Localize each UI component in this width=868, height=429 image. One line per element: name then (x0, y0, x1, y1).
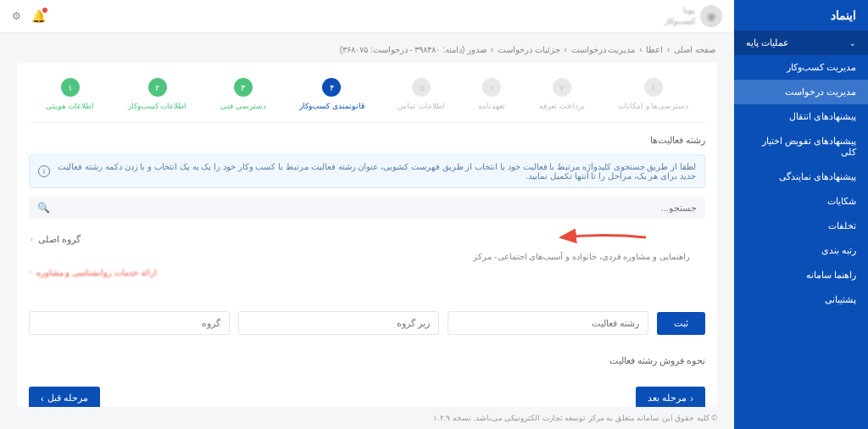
chevron-right-icon: › (41, 393, 44, 404)
step-۱[interactable]: ۱اطلاعات هویتی (46, 78, 95, 110)
sidebar-item-rating[interactable]: رتبه بندی (734, 238, 868, 263)
submit-button[interactable]: ثبت (657, 312, 705, 335)
group-input[interactable] (29, 311, 230, 335)
info-icon: i (38, 165, 50, 177)
sidebar-item-support[interactable]: پشتیبانی (734, 287, 868, 312)
form-row: ثبت (29, 311, 705, 335)
sidebar-item-business-mgmt[interactable]: مدیریت کسب‌وکار (734, 55, 868, 80)
subgroup-input[interactable] (238, 311, 439, 335)
search-input[interactable] (57, 203, 697, 213)
nav-section-label: عملیات پایه (746, 37, 789, 48)
sidebar-item-transfer[interactable]: پیشنهادهای انتقال (734, 104, 868, 129)
sidebar-item-violations[interactable]: تخلفات (734, 214, 868, 238)
sell-method-title: نحوه فروش رشته فعالیت (29, 355, 705, 366)
brand-logo: اینماد (734, 0, 868, 31)
section-title: رشته فعالیت‌ها (29, 135, 705, 146)
step-circle: ۱ (61, 78, 80, 97)
step-۴[interactable]: ۴قانونمندی کسب‌وکار (299, 78, 364, 110)
breadcrumb: صفحه اصلی › اعطا › مدیریت درخواست › جزئی… (17, 45, 717, 54)
annotation-arrow (553, 229, 646, 246)
info-box: لطفا از طریق جستجوی کلیدواژه مرتبط با فع… (29, 154, 705, 188)
step-circle: ۴ (322, 78, 341, 97)
step-۵[interactable]: ۵اطلاعات تماس (398, 78, 445, 110)
topbar: ◉ پویا کسب‌وکار 🔔 ⚙ (0, 0, 734, 33)
step-label: تعهدنامه (478, 102, 505, 110)
main-card: ۱اطلاعات هویتی۲اطلاعات کسب‌وکار۳دسترسی ف… (17, 63, 717, 407)
tree-child[interactable]: راهنمایی و مشاوره فردی، خانواده و آسیب‌ه… (29, 252, 705, 261)
info-text: لطفا از طریق جستجوی کلیدواژه مرتبط با فع… (55, 162, 696, 181)
prev-step-button[interactable]: مرحله قبل › (29, 387, 100, 407)
avatar-icon: ◉ (700, 5, 722, 27)
step-label: اطلاعات هویتی (46, 102, 95, 110)
step-۸[interactable]: ۸دسترسی‌ها و امکانات (618, 78, 688, 110)
sidebar: اینماد ⌄ عملیات پایه مدیریت کسب‌وکار مدی… (734, 0, 868, 429)
step-circle: ۸ (644, 78, 663, 97)
main: ◉ پویا کسب‌وکار 🔔 ⚙ صفحه اصلی › اعطا › م… (0, 0, 734, 429)
activity-input[interactable] (448, 311, 648, 335)
chevron-left-icon: ‹ (31, 236, 33, 243)
step-label: دسترسی فنی (220, 102, 266, 110)
stepper: ۱اطلاعات هویتی۲اطلاعات کسب‌وکار۳دسترسی ف… (29, 75, 705, 123)
sidebar-item-request-mgmt[interactable]: مدیریت درخواست (734, 80, 868, 104)
step-circle: ۵ (412, 78, 431, 97)
step-۲[interactable]: ۲اطلاعات کسب‌وکار (128, 78, 187, 110)
sidebar-item-guide[interactable]: راهنما سامانه (734, 263, 868, 287)
step-circle: ۶ (482, 78, 501, 97)
sidebar-item-agency[interactable]: پیشنهادهای نمایندگی (734, 164, 868, 189)
user-text: پویا کسب‌وکار (665, 5, 695, 26)
step-label: اطلاعات کسب‌وکار (128, 102, 187, 110)
user-menu[interactable]: ◉ پویا کسب‌وکار (665, 5, 722, 27)
step-label: قانونمندی کسب‌وکار (299, 102, 364, 110)
footer: © کلیه حقوق این سامانه متعلق به مرکز توس… (0, 407, 734, 429)
step-label: دسترسی‌ها و امکانات (618, 102, 688, 110)
chevron-down-icon: ⌄ (849, 39, 856, 47)
step-۶[interactable]: ۶تعهدنامه (478, 78, 505, 110)
chevron-left-icon: ‹ (29, 269, 31, 276)
step-۳[interactable]: ۳دسترسی فنی (220, 78, 266, 110)
settings-icon[interactable]: ⚙ (12, 10, 21, 22)
step-۷[interactable]: ۷پرداخت تعرفه (539, 78, 585, 110)
sidebar-item-delegation[interactable]: پیشنهادهای تفویض اختیار کلی (734, 129, 868, 164)
nav-buttons: ‹ مرحله بعد مرحله قبل › (29, 387, 705, 407)
sidebar-item-complaints[interactable]: شکایات (734, 189, 868, 214)
search-icon: 🔍 (37, 202, 50, 214)
next-step-button[interactable]: ‹ مرحله بعد (636, 387, 705, 407)
tree: گروه اصلی ‹ راهنمایی و مشاوره فردی، خانو… (29, 231, 705, 277)
step-circle: ۳ (234, 78, 253, 97)
step-label: پرداخت تعرفه (539, 102, 585, 110)
step-circle: ۷ (553, 78, 571, 97)
chevron-left-icon: ‹ (690, 393, 693, 404)
step-circle: ۲ (148, 78, 167, 97)
notifications-icon[interactable]: 🔔 (31, 9, 46, 23)
tree-blurred-item[interactable]: ارائه خدمات روانشناسی و مشاوره ‹ (29, 268, 705, 277)
step-label: اطلاعات تماس (398, 102, 445, 110)
nav-section-base-ops[interactable]: ⌄ عملیات پایه (734, 31, 868, 55)
search-wrap: 🔍 (29, 197, 705, 219)
